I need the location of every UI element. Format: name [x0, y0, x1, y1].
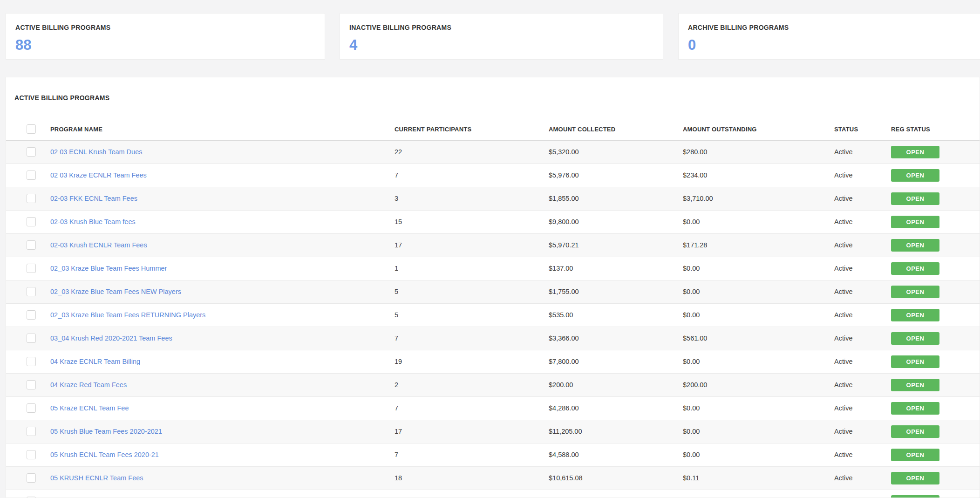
select-all-checkbox[interactable] [27, 124, 36, 134]
row-checkbox-cell [6, 280, 50, 303]
row-checkbox[interactable] [27, 473, 36, 483]
row-checkbox[interactable] [27, 310, 36, 320]
amount-collected-value: $1,755.00 [549, 280, 683, 303]
status-value: Active [834, 164, 891, 187]
row-checkbox[interactable] [27, 357, 36, 366]
amount-collected-value: $7,800.00 [549, 350, 683, 373]
card-label: ARCHIVE BILLING PROGRAMS [688, 24, 980, 31]
amount-collected-value: $3,366.00 [549, 327, 683, 350]
program-name-link[interactable]: 02_03 Kraze Blue Team Fees Hummer [50, 265, 167, 272]
program-name-link[interactable]: 05 Kraze ECNL Team Fee [50, 404, 129, 412]
reg-status-badge[interactable]: OPEN [891, 355, 939, 368]
current-participants-value: 4 [395, 490, 549, 498]
current-participants-value: 2 [395, 373, 549, 396]
amount-collected-value: $5,320.00 [549, 140, 683, 164]
reg-status-badge[interactable]: OPEN [891, 402, 939, 415]
reg-status-cell: OPEN [891, 164, 980, 187]
reg-status-badge[interactable]: OPEN [891, 192, 939, 205]
reg-status-badge[interactable]: OPEN [891, 262, 939, 275]
program-name-cell: 05 Krush ECNL Team Fees 2020-21 [50, 443, 395, 466]
program-name-link[interactable]: 02-03 Krush Blue Team fees [50, 218, 136, 225]
current-participants-value: 7 [395, 164, 549, 187]
table-row: 02 03 Kraze ECNLR Team Fees7$5,976.00$23… [6, 164, 980, 187]
table-row: 02_03 Kraze Blue Team Fees Hummer1$137.0… [6, 257, 980, 280]
current-participants-value: 7 [395, 327, 549, 350]
row-checkbox[interactable] [27, 450, 36, 459]
reg-status-cell: OPEN [891, 280, 980, 303]
program-name-link[interactable]: 05 Krush ECNL Team Fees 2020-21 [50, 451, 159, 458]
amount-outstanding-value: $0.00 [683, 443, 834, 466]
status-value: Active [834, 210, 891, 233]
column-header-status: STATUS [834, 118, 891, 140]
program-name-link[interactable]: 02-03 FKK ECNL Team Fees [50, 195, 137, 202]
reg-status-badge[interactable]: OPEN [891, 495, 939, 498]
reg-status-badge[interactable]: OPEN [891, 449, 939, 461]
table-row: 05 KRUSH ECNLR Team Fees18$10,615.08$0.1… [6, 466, 980, 490]
program-name-cell: 02_03 Kraze Blue Team Fees RETURNING Pla… [50, 303, 395, 327]
program-name-link[interactable]: 02 03 Kraze ECNLR Team Fees [50, 171, 147, 179]
program-name-link[interactable]: 02 03 ECNL Krush Team Dues [50, 148, 142, 156]
status-value: Active [834, 396, 891, 420]
card-value: 0 [688, 37, 980, 54]
reg-status-badge[interactable]: OPEN [891, 472, 939, 484]
program-name-link[interactable]: 05 Krush Blue Team Fees 2020-2021 [50, 428, 162, 435]
row-checkbox[interactable] [27, 147, 36, 157]
amount-outstanding-value: $0.00 [683, 210, 834, 233]
row-checkbox[interactable] [27, 264, 36, 273]
row-checkbox[interactable] [27, 403, 36, 413]
reg-status-badge[interactable]: OPEN [891, 216, 939, 228]
reg-status-badge[interactable]: OPEN [891, 332, 939, 345]
reg-status-badge[interactable]: OPEN [891, 146, 939, 158]
program-name-link[interactable]: 02-03 Krush ECNLR Team Fees [50, 241, 147, 249]
status-value: Active [834, 280, 891, 303]
amount-outstanding-value: $3,710.00 [683, 187, 834, 210]
row-checkbox[interactable] [27, 240, 36, 250]
status-value: Active [834, 257, 891, 280]
row-checkbox[interactable] [27, 171, 36, 180]
program-name-cell: 06 FKK ECNLR Team Fees 2020-2021 [50, 490, 395, 498]
row-checkbox[interactable] [27, 427, 36, 436]
amount-outstanding-value: $0.00 [683, 280, 834, 303]
column-header-amount-collected: AMOUNT COLLECTED [549, 118, 683, 140]
program-name-link[interactable]: 04 Kraze Red Team Fees [50, 381, 127, 389]
program-name-link[interactable]: 05 KRUSH ECNLR Team Fees [50, 474, 143, 482]
reg-status-badge[interactable]: OPEN [891, 239, 939, 252]
row-checkbox[interactable] [27, 217, 36, 226]
status-value: Active [834, 233, 891, 257]
program-name-link[interactable]: 02_03 Kraze Blue Team Fees NEW Players [50, 288, 181, 295]
table-row: 02 03 ECNL Krush Team Dues22$5,320.00$28… [6, 140, 980, 164]
program-name-link[interactable]: 04 Kraze ECNLR Team Billing [50, 358, 140, 365]
amount-collected-value: $1,300.00 [549, 490, 683, 498]
row-checkbox[interactable] [27, 287, 36, 296]
row-checkbox-cell [6, 164, 50, 187]
amount-collected-value: $535.00 [549, 303, 683, 327]
archive-billing-programs-card: ARCHIVE BILLING PROGRAMS 0 [678, 13, 980, 60]
table-row: 05 Krush ECNL Team Fees 2020-217$4,588.0… [6, 443, 980, 466]
row-checkbox[interactable] [27, 194, 36, 203]
program-name-link[interactable]: 03_04 Krush Red 2020-2021 Team Fees [50, 334, 172, 342]
reg-status-badge[interactable]: OPEN [891, 379, 939, 391]
program-name-cell: 02_03 Kraze Blue Team Fees NEW Players [50, 280, 395, 303]
program-name-link[interactable]: 02_03 Kraze Blue Team Fees RETURNING Pla… [50, 311, 205, 319]
reg-status-badge[interactable]: OPEN [891, 309, 939, 321]
column-header-amount-outstanding: AMOUNT OUTSTANDING [683, 118, 834, 140]
card-value: 4 [349, 37, 663, 54]
table-row: 02-03 Krush ECNLR Team Fees17$5,970.21$1… [6, 233, 980, 257]
row-checkbox[interactable] [27, 334, 36, 343]
status-value: Active [834, 466, 891, 490]
program-name-cell: 02-03 Krush Blue Team fees [50, 210, 395, 233]
current-participants-value: 22 [395, 140, 549, 164]
reg-status-cell: OPEN [891, 373, 980, 396]
reg-status-cell: OPEN [891, 327, 980, 350]
card-label: INACTIVE BILLING PROGRAMS [349, 24, 663, 31]
reg-status-badge[interactable]: OPEN [891, 169, 939, 182]
row-checkbox-cell [6, 187, 50, 210]
reg-status-cell: OPEN [891, 187, 980, 210]
amount-outstanding-value: $0.11 [683, 466, 834, 490]
table-row: 02-03 Krush Blue Team fees15$9,800.00$0.… [6, 210, 980, 233]
reg-status-badge[interactable]: OPEN [891, 286, 939, 298]
amount-collected-value: $9,800.00 [549, 210, 683, 233]
row-checkbox[interactable] [27, 380, 36, 389]
amount-outstanding-value: $0.00 [683, 396, 834, 420]
reg-status-badge[interactable]: OPEN [891, 425, 939, 438]
